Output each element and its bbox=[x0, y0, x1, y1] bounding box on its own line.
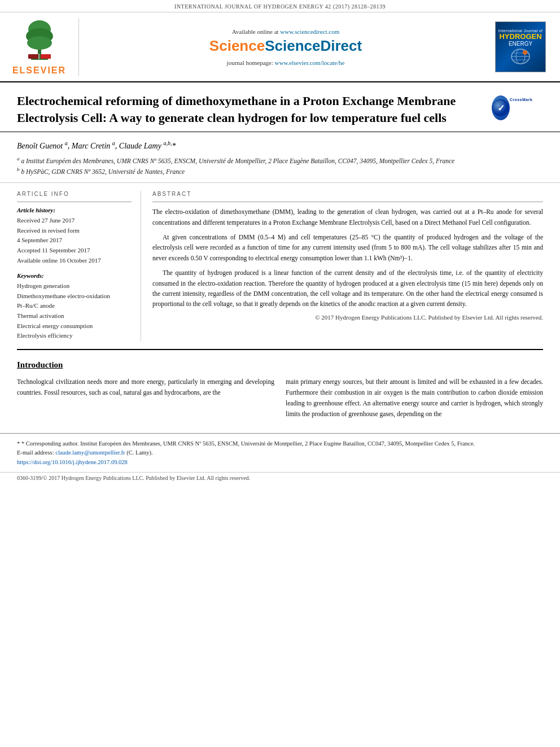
svg-point-4 bbox=[27, 36, 52, 50]
svg-point-13 bbox=[523, 50, 527, 55]
abstract-p3: The quantity of hydrogen produced is a l… bbox=[152, 268, 543, 309]
journal-hydrogen-label: HYDROGEN bbox=[499, 33, 541, 41]
journal-url[interactable]: www.elsevier.com/locate/he bbox=[275, 59, 345, 66]
copyright-text: © 2017 Hydrogen Energy Publications LLC.… bbox=[152, 314, 543, 321]
article-history-label: Article history: bbox=[17, 207, 132, 213]
email-note: E-mail address: claude.lamy@umontpellier… bbox=[17, 448, 543, 458]
abstract-label: ABSTRACT bbox=[152, 191, 543, 197]
intro-left-text: Technological civilization needs more an… bbox=[17, 377, 274, 398]
keyword-5: Electrical energy consumption bbox=[17, 321, 132, 331]
abstract-column: ABSTRACT The electro-oxidation of dimeth… bbox=[152, 191, 543, 341]
journal-header-bar: INTERNATIONAL JOURNAL OF HYDROGEN ENERGY… bbox=[0, 0, 560, 12]
header-section: ELSEVIER Available online at www.science… bbox=[0, 12, 560, 82]
journal-energy-label: ENERGY bbox=[509, 41, 532, 47]
divider-1 bbox=[17, 202, 132, 202]
article-info-column: ARTICLE INFO Article history: Received 2… bbox=[17, 191, 141, 341]
elsevier-label: ELSEVIER bbox=[12, 65, 66, 76]
svg-text:✓: ✓ bbox=[497, 103, 504, 113]
affiliation-a: a a Institut Européen des Membranes, UMR… bbox=[17, 155, 543, 166]
doi-anchor[interactable]: https://doi.org/10.1016/j.ijhydene.2017.… bbox=[17, 459, 128, 465]
abstract-p1: The electro-oxidation of dimethoxymethan… bbox=[152, 207, 543, 228]
corresponding-author-note: * * Corresponding author. Institut Europ… bbox=[17, 439, 543, 449]
available-date: Available online 16 October 2017 bbox=[17, 256, 132, 266]
abstract-divider bbox=[152, 202, 543, 202]
received-date: Received 27 June 2017 bbox=[17, 216, 132, 226]
footer-bar: 0360-3199/© 2017 Hydrogen Energy Publica… bbox=[0, 472, 560, 483]
author-marc: Marc Cretin a, bbox=[72, 142, 119, 150]
doi-link: https://doi.org/10.1016/j.ijhydene.2017.… bbox=[17, 458, 543, 468]
intro-left-col: Technological civilization needs more an… bbox=[17, 377, 274, 420]
journal-logo-right: International Journal of HYDROGEN ENERGY bbox=[492, 18, 549, 76]
keyword-3: Pt–Ru/C anode bbox=[17, 301, 132, 311]
authors-line: Benoît Guenot a, Marc Cretin a, Claude L… bbox=[17, 140, 543, 151]
received-revised-date: 4 September 2017 bbox=[17, 235, 132, 246]
journal-logo-box: International Journal of HYDROGEN ENERGY bbox=[495, 21, 546, 72]
affiliation-b: b b HySPàC, GDR CNRS Nº 3652, Université… bbox=[17, 166, 543, 177]
email-link[interactable]: claude.lamy@umontpellier.fr bbox=[55, 449, 125, 456]
title-section: Electrochemical reforming of dimethoxyme… bbox=[0, 82, 560, 132]
sciencedirect-logo: ScienceScienceDirect bbox=[209, 37, 362, 55]
elsevier-logo: ELSEVIER bbox=[6, 18, 79, 76]
globe-icon bbox=[509, 48, 532, 65]
keyword-1: Hydrogen generation bbox=[17, 281, 132, 291]
introduction-heading: Introduction bbox=[17, 360, 543, 370]
intro-right-col: main primary energy sources, but their a… bbox=[286, 377, 543, 420]
issn-text: 0360-3199/© 2017 Hydrogen Energy Publica… bbox=[17, 475, 250, 481]
received-revised-label: Received in revised form bbox=[17, 226, 132, 236]
introduction-columns: Technological civilization needs more an… bbox=[17, 377, 543, 420]
footnote-section: * * Corresponding author. Institut Europ… bbox=[0, 433, 560, 468]
keyword-6: Electrolysis efficiency bbox=[17, 331, 132, 341]
author-benoît: Benoît Guenot a, bbox=[17, 142, 72, 150]
authors-section: Benoît Guenot a, Marc Cretin a, Claude L… bbox=[0, 132, 560, 183]
introduction-section: Introduction Technological civilization … bbox=[0, 350, 560, 427]
journal-homepage: journal homepage: www.elsevier.com/locat… bbox=[227, 59, 345, 66]
keyword-4: Thermal activation bbox=[17, 311, 132, 321]
crossmark-svg: ✓ bbox=[492, 99, 510, 117]
accepted-date: Accepted 11 September 2017 bbox=[17, 246, 132, 256]
author-claude: Claude Lamy a,b,* bbox=[119, 142, 176, 150]
available-online-text: Available online at www.sciencedirect.co… bbox=[232, 28, 340, 35]
abstract-p2: At given concentrations of DMM (0.5–4 M)… bbox=[152, 232, 543, 263]
article-title: Electrochemical reforming of dimethoxyme… bbox=[17, 93, 492, 126]
crossmark-icon: ✓ CrossMark CrossMark bbox=[498, 93, 526, 120]
svg-rect-5 bbox=[28, 54, 38, 59]
keyword-2: Dimethoxymethane electro-oxidation bbox=[17, 291, 132, 302]
crossmark-badge: ✓ CrossMark bbox=[492, 95, 510, 120]
intro-right-text: main primary energy sources, but their a… bbox=[286, 377, 543, 420]
article-info-label: ARTICLE INFO bbox=[17, 191, 132, 197]
sciencedirect-url[interactable]: www.sciencedirect.com bbox=[280, 28, 339, 35]
keywords-label: Keywords: bbox=[17, 272, 132, 279]
journal-citation: INTERNATIONAL JOURNAL OF HYDROGEN ENERGY… bbox=[174, 3, 386, 10]
crossmark-text: CrossMark bbox=[510, 98, 533, 102]
two-column-section: ARTICLE INFO Article history: Received 2… bbox=[0, 183, 560, 349]
elsevier-tree-icon bbox=[14, 18, 65, 63]
header-middle: Available online at www.sciencedirect.co… bbox=[85, 18, 487, 76]
svg-rect-6 bbox=[41, 54, 51, 59]
abstract-text: The electro-oxidation of dimethoxymethan… bbox=[152, 207, 543, 309]
